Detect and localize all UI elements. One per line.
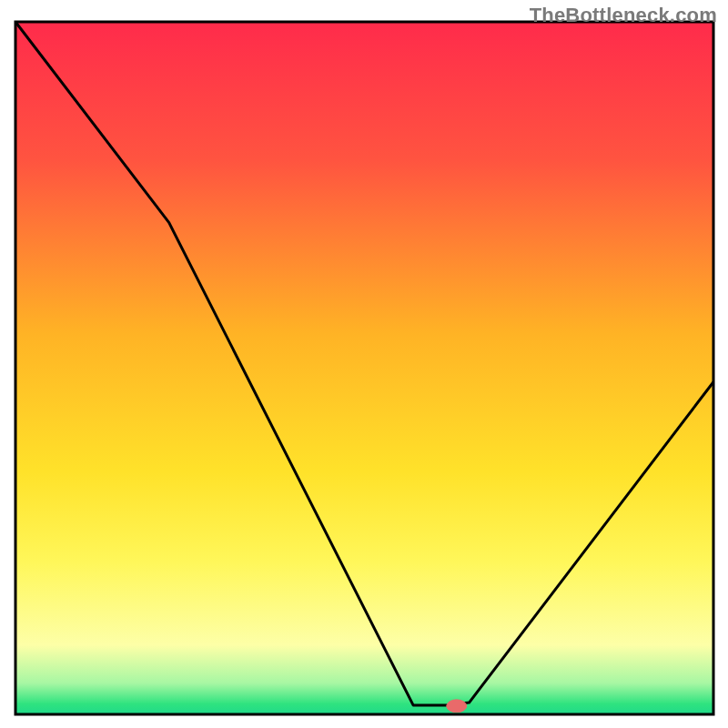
chart-canvas [0,0,728,728]
watermark-text: TheBottleneck.com [530,4,717,27]
optimal-marker [447,700,467,713]
bottleneck-chart: TheBottleneck.com [0,0,728,728]
